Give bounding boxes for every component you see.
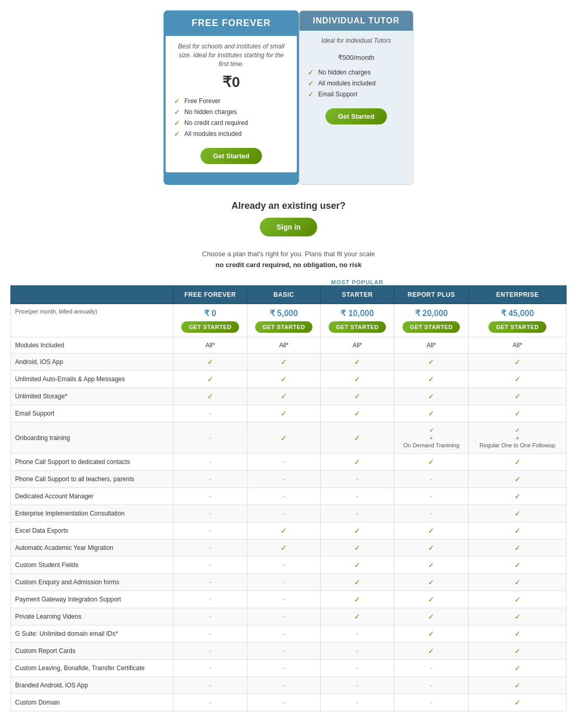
- check-icon: ✓: [281, 434, 287, 442]
- table-row: Custom Leaving, Bonafide, Transfer Certi…: [11, 660, 567, 677]
- feature-cell: ✓: [469, 371, 567, 388]
- individual-tutor-desc: Ideal for Individual Tutors: [308, 37, 405, 44]
- feature-label: Enterprise Implementation Consultation: [11, 505, 173, 522]
- feature-cell: ✓: [469, 505, 567, 522]
- price-label: Price(per month, billed annually): [11, 304, 173, 337]
- check-icon-4: ✓: [174, 130, 180, 138]
- individual-feature-1: ✓ No hidden charges: [308, 68, 405, 77]
- feature-cell: -: [247, 608, 320, 625]
- dash-icon: -: [356, 698, 359, 707]
- check-icon: ✓: [515, 647, 521, 655]
- individual-get-started-button[interactable]: Get Started: [325, 108, 387, 124]
- feature-cell: -: [247, 625, 320, 643]
- check-icon: ✓: [354, 434, 360, 442]
- table-row: Phone Call Support to all teachers, pare…: [11, 471, 567, 488]
- dash-icon: -: [356, 492, 359, 500]
- check-icon: ✓: [428, 544, 434, 552]
- feature-label: Custom Student Fields: [11, 557, 173, 574]
- feature-cell: -: [394, 505, 469, 522]
- feature-cell: -: [247, 591, 320, 608]
- table-row: Android, iOS App✓✓✓✓✓: [11, 354, 567, 371]
- col-report-plus: REPORT PLUS: [394, 286, 469, 304]
- col-free: FREE FOREVER: [173, 286, 247, 304]
- feature-cell: -: [173, 454, 247, 471]
- feature-cell: -: [173, 488, 247, 505]
- get-started-starter[interactable]: GET STARTED: [329, 321, 386, 333]
- feature-cell: ✓: [173, 371, 247, 388]
- feature-cell: -: [247, 694, 320, 711]
- feature-label: Custom Report Cards: [11, 643, 173, 660]
- dash-icon: -: [430, 681, 433, 689]
- feature-cell: ✓: [394, 388, 469, 405]
- check-icon: ✓: [515, 561, 521, 569]
- get-started-enterprise[interactable]: GET STARTED: [488, 321, 546, 333]
- top-pricing-cards: FREE FOREVER Best for schools and instit…: [0, 0, 577, 190]
- check-icon: ✓: [515, 698, 521, 707]
- feature-cell: -: [173, 608, 247, 625]
- dash-icon: -: [356, 647, 359, 655]
- check-icon: ✓: [354, 612, 360, 621]
- feature-cell: -: [247, 505, 320, 522]
- individual-tutor-card: INDIVIDUAL TUTOR Ideal for Individual Tu…: [299, 10, 413, 185]
- table-row: Private Learning Videos--✓✓✓: [11, 608, 567, 625]
- dash-icon: -: [356, 664, 359, 672]
- check-icon: ✓: [354, 561, 360, 569]
- check-icon: ✓: [207, 358, 214, 366]
- check-icon: ✓: [515, 375, 521, 383]
- table-row: Modules IncludedAll*All*All*All*All*: [11, 337, 567, 354]
- get-started-basic[interactable]: GET STARTED: [255, 321, 312, 333]
- choose-plan-text: Choose a plan that's right for you. Plan…: [0, 250, 577, 258]
- feature-cell: ✓: [247, 371, 320, 388]
- feature-cell: ✓: [321, 522, 394, 539]
- free-feature-3: ✓ No credit card required: [174, 119, 288, 127]
- dash-icon: -: [430, 698, 433, 707]
- check-icon: ✓: [281, 392, 287, 400]
- feature-cell: ✓: [394, 354, 469, 371]
- check-icon: ✓: [354, 595, 360, 604]
- feature-label: Private Learning Videos: [11, 608, 173, 625]
- dash-icon: -: [209, 630, 211, 638]
- feature-cell: ✓: [321, 608, 394, 625]
- feature-cell: -: [321, 625, 394, 643]
- free-forever-desc: Best for schools and institutes of small…: [174, 42, 288, 68]
- check-icon: ✓: [281, 358, 287, 366]
- table-row: Automatic Academic Year Migration-✓✓✓✓: [11, 539, 567, 557]
- feature-cell: ✓: [469, 677, 567, 694]
- feature-cell: ✓: [321, 454, 394, 471]
- feature-label: Unlimited Storage*: [11, 388, 173, 405]
- signin-button[interactable]: Sign in: [260, 218, 318, 236]
- feature-cell: -: [173, 557, 247, 574]
- feature-cell: ✓: [469, 591, 567, 608]
- most-popular-row: MOST POPULAR: [11, 279, 567, 286]
- feature-cell: ✓: [321, 557, 394, 574]
- cell-note: ✓+On Demand Tranining: [403, 427, 459, 448]
- free-feature-2: ✓ No hidden charges: [174, 108, 288, 116]
- dash-icon: -: [283, 475, 285, 483]
- feature-cell: -: [394, 677, 469, 694]
- get-started-free[interactable]: GET STARTED: [181, 321, 239, 333]
- check-icon: ✓: [428, 561, 434, 569]
- col-starter: STARTER: [321, 286, 394, 304]
- feature-cell: ✓: [394, 625, 469, 643]
- check-icon: ✓: [354, 578, 360, 586]
- check-icon: ✓: [428, 578, 434, 586]
- feature-cell: -: [321, 643, 394, 660]
- table-row: Enterprise Implementation Consultation--…: [11, 505, 567, 522]
- feature-cell: All*: [394, 337, 469, 354]
- feature-label: Custom Leaving, Bonafide, Transfer Certi…: [11, 660, 173, 677]
- table-row: Onboarding training-✓✓✓+On Demand Tranin…: [11, 422, 567, 454]
- free-get-started-button[interactable]: Get Started: [200, 148, 262, 164]
- feature-cell: ✓: [247, 522, 320, 539]
- feature-cell: ✓: [394, 454, 469, 471]
- feature-cell: -: [173, 660, 247, 677]
- feature-cell: -: [173, 677, 247, 694]
- dash-icon: -: [209, 561, 211, 569]
- table-row: Custom Domain----✓: [11, 694, 567, 711]
- check-icon: ✓: [207, 392, 214, 400]
- feature-cell: -: [321, 471, 394, 488]
- check-icon-7: ✓: [308, 90, 314, 98]
- table-row: Dedicated Account Manager----✓: [11, 488, 567, 505]
- get-started-report-plus[interactable]: GET STARTED: [403, 321, 460, 333]
- dash-icon: -: [209, 612, 211, 621]
- dash-icon: -: [283, 509, 285, 518]
